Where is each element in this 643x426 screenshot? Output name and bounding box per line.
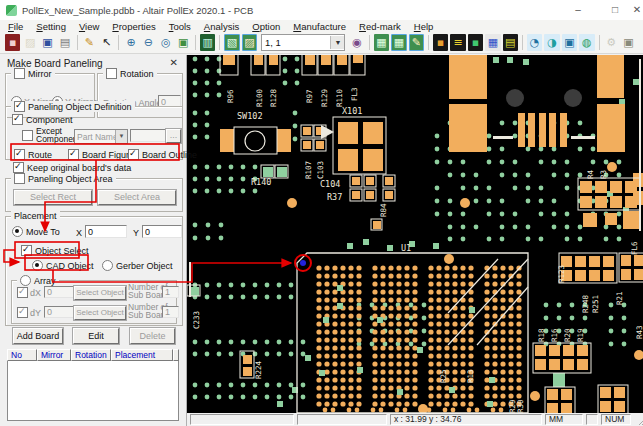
y-input[interactable] xyxy=(142,225,182,238)
component-move-icon[interactable]: ▦ xyxy=(391,34,406,51)
zoom-fit-icon[interactable]: ▣ xyxy=(176,34,191,51)
maximize-button[interactable]: □ xyxy=(608,3,622,17)
net-view-icon[interactable]: ▦ xyxy=(374,34,389,51)
menu-item-analysis[interactable]: Analysis xyxy=(204,21,239,32)
svg-text:R20: R20 xyxy=(563,328,572,342)
board-position-combobox[interactable]: 1, 1▼ xyxy=(261,34,345,51)
board-outline-label: Board Outline xyxy=(142,150,197,160)
menu-item-option[interactable]: Option xyxy=(252,21,280,32)
svg-text:C233: C233 xyxy=(192,311,201,329)
board-outline-checkbox[interactable] xyxy=(128,149,139,160)
top-layer-icon[interactable]: ▧ xyxy=(224,34,239,51)
menu-item-help[interactable]: Help xyxy=(414,21,434,32)
svg-text:R37: R37 xyxy=(327,192,342,202)
table-header-rotation[interactable]: Rotation xyxy=(71,349,111,361)
toolbar-separator xyxy=(118,35,119,50)
svg-text:FL6: FL6 xyxy=(630,241,639,255)
object-select-checkbox[interactable] xyxy=(21,245,32,256)
toolbar-separator xyxy=(77,35,78,50)
select-area-button: Select Area xyxy=(98,190,176,205)
except-component-checkbox[interactable] xyxy=(22,130,33,141)
svg-text:R251: R251 xyxy=(591,295,600,313)
menu-item-manufacture[interactable]: Manufacture xyxy=(293,21,346,32)
svg-text:R16: R16 xyxy=(550,328,559,342)
array-radio[interactable] xyxy=(20,275,31,286)
table-body[interactable] xyxy=(7,361,179,421)
table-header-mirror[interactable]: Mirror xyxy=(37,349,71,361)
component-checkbox[interactable] xyxy=(12,114,23,125)
array-label: Array xyxy=(34,276,56,286)
layerset-4-icon[interactable]: ▤ xyxy=(503,34,518,51)
keep-original-checkbox[interactable] xyxy=(13,162,24,173)
resize-grip[interactable] xyxy=(636,415,643,425)
table-header-no[interactable]: No xyxy=(7,349,37,361)
analysis-power-icon[interactable]: ▣ xyxy=(562,34,577,51)
close-button[interactable]: ✕ xyxy=(630,3,643,17)
save-icon[interactable]: ▣ xyxy=(40,34,55,51)
table-header-row[interactable]: NoMirrorRotationPlacement xyxy=(7,349,179,361)
view-manager-icon[interactable]: ◉ xyxy=(349,34,364,51)
title-bar: PollEx_New_Sample.pdbb - Altair PollEx 2… xyxy=(0,0,643,21)
route-checkbox[interactable] xyxy=(14,149,25,160)
svg-text:R18: R18 xyxy=(537,328,546,342)
zoom-out-icon[interactable]: ⊖ xyxy=(141,34,156,51)
add-board-button[interactable]: Add Board xyxy=(13,328,63,344)
menu-item-setting[interactable]: Setting xyxy=(36,21,66,32)
svg-text:R123: R123 xyxy=(557,265,566,283)
layerset-3-icon[interactable]: ▪ xyxy=(468,34,483,51)
layerset-1-icon[interactable]: ▪ xyxy=(433,34,448,51)
menu-item-view[interactable]: View xyxy=(79,21,99,32)
svg-text:R128: R128 xyxy=(269,88,278,107)
object-select-label: Object Select xyxy=(35,246,89,256)
gerber-object-label: Gerber Object xyxy=(116,261,173,271)
pod-checkbox[interactable] xyxy=(14,101,25,112)
layer-view-icon[interactable]: ▥ xyxy=(200,34,215,51)
snapshot-icon[interactable]: ▣ xyxy=(621,34,636,51)
board-figure-checkbox[interactable] xyxy=(68,149,79,160)
settings-icon: ⚙ xyxy=(603,34,618,51)
analysis-thermal-icon[interactable]: ◍ xyxy=(579,34,594,51)
analysis-signal-icon[interactable]: ◑ xyxy=(544,34,559,51)
svg-text:R224: R224 xyxy=(254,360,263,379)
svg-text:R13: R13 xyxy=(466,369,475,383)
menu-item-red-mark[interactable]: Red-mark xyxy=(359,21,401,32)
gerber-object-radio[interactable] xyxy=(102,260,113,271)
table-header-placement[interactable]: Placement xyxy=(111,349,173,361)
combobox-arrow-icon[interactable]: ▼ xyxy=(330,36,344,49)
select-arrow-icon[interactable]: ↖ xyxy=(99,34,114,51)
layerset-2-icon[interactable]: ≡ xyxy=(450,34,465,51)
dy-label: dY xyxy=(30,308,41,318)
y-label: Y xyxy=(133,228,139,238)
component-label: Component xyxy=(26,115,73,125)
pens-icon[interactable]: ✎ xyxy=(82,34,97,51)
minimize-button[interactable]: – xyxy=(571,3,585,17)
svg-text:C103: C103 xyxy=(316,161,325,179)
rotation-checkbox[interactable] xyxy=(106,68,117,79)
svg-text:R107: R107 xyxy=(304,161,313,179)
board-select-icon[interactable]: ▨ xyxy=(242,34,257,51)
dialog-close-icon[interactable]: ✕ xyxy=(170,57,178,68)
mirror-checkbox[interactable] xyxy=(14,68,25,79)
cad-object-radio[interactable] xyxy=(32,260,43,271)
menu-item-properties[interactable]: Properties xyxy=(112,21,155,32)
placement-group: Placement Move To X Y Object Select CAD … xyxy=(5,216,183,326)
zoom-in-icon[interactable]: ⊕ xyxy=(123,34,138,51)
x-input[interactable] xyxy=(85,225,127,238)
svg-text:R96: R96 xyxy=(226,89,235,103)
grid-icon[interactable]: ▦ xyxy=(485,34,500,51)
poa-checkbox[interactable] xyxy=(14,173,25,184)
menu-item-file[interactable]: File xyxy=(8,21,23,32)
new-board-icon[interactable]: ▪ xyxy=(5,34,20,51)
move-to-radio[interactable] xyxy=(12,226,23,237)
pcb-canvas[interactable]: R96R100R128R97R129R110FL3SW102X101R107C1… xyxy=(187,55,643,413)
print-icon[interactable]: ▤ xyxy=(57,34,72,51)
menu-item-tools[interactable]: Tools xyxy=(169,21,191,32)
svg-text:R19: R19 xyxy=(576,328,585,342)
status-spacer xyxy=(586,414,598,425)
svg-text:R25: R25 xyxy=(439,369,448,383)
analysis-dfm-icon[interactable]: ◔ xyxy=(527,34,542,51)
edit-button[interactable]: Edit xyxy=(73,328,119,344)
svg-text:U1: U1 xyxy=(401,243,411,253)
component-edit-icon[interactable]: ✎ xyxy=(409,34,424,51)
zoom-window-icon[interactable]: ◎ xyxy=(158,34,173,51)
